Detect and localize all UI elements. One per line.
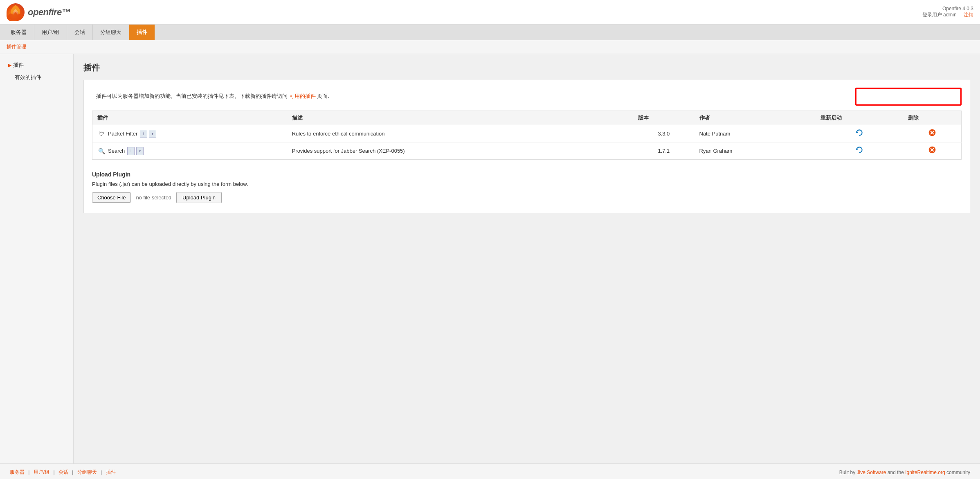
- table-row: 🛡 Packet Filter i r Rules to enforce eth…: [92, 125, 962, 142]
- choose-file-button[interactable]: Choose File: [92, 192, 131, 203]
- logged-in-label: 登录用户 admin: [922, 12, 957, 18]
- info-text-prefix: 插件可以为服务器增加新的功能。当前已安装的插件见下表。下载新的插件请访问: [96, 93, 288, 99]
- plugin-author: Ryan Graham: [695, 142, 816, 160]
- logo-icon: [7, 3, 25, 21]
- footer-sep-3: |: [71, 470, 75, 475]
- packet-filter-icon: 🛡: [97, 130, 106, 138]
- plugin-table: 插件 描述 版本 作者 重新启动 删除 🛡 Packet: [92, 111, 962, 160]
- doc-icon-2[interactable]: r: [149, 130, 156, 138]
- footer-link-group-chat[interactable]: 分组聊天: [77, 469, 97, 476]
- upload-form: Choose File no file selected Upload Plug…: [92, 192, 962, 203]
- no-file-label: no file selected: [136, 194, 171, 201]
- logout-link[interactable]: 注销: [964, 12, 973, 18]
- delete-button[interactable]: [928, 147, 936, 156]
- table-header-plugin: 插件: [92, 111, 287, 125]
- sidebar-plugins-label: 插件: [13, 61, 24, 69]
- footer-sep-1: |: [27, 470, 31, 475]
- built-by-mid: and the: [888, 470, 905, 475]
- built-by-suffix: community: [946, 470, 970, 475]
- built-by-prefix: Built by: [839, 470, 857, 475]
- jive-software-link[interactable]: Jive Software: [857, 470, 886, 475]
- highlight-box: [855, 88, 962, 106]
- svg-point-0: [8, 12, 23, 20]
- plugin-restart-cell: [816, 142, 903, 160]
- plugin-name-cell: 🛡 Packet Filter i r: [92, 125, 287, 142]
- plugin-version: 1.7.1: [633, 142, 694, 160]
- nav-item-server[interactable]: 服务器: [3, 25, 34, 40]
- info-text-suffix: 页面.: [317, 93, 329, 99]
- table-row: 🔍 Search i r Provides support for Jabber…: [92, 142, 962, 160]
- doc-icon-1[interactable]: i: [140, 130, 147, 138]
- footer-sep-4: |: [99, 470, 103, 475]
- plugin-version: 3.3.0: [633, 125, 694, 142]
- page-title: 插件: [83, 62, 970, 73]
- plugin-delete-cell: [903, 142, 962, 160]
- footer-sep-2: |: [52, 470, 56, 475]
- available-plugins-link[interactable]: 可用的插件: [289, 93, 316, 99]
- upload-plugin-button[interactable]: Upload Plugin: [176, 192, 222, 203]
- footer-links: 服务器 | 用户/组 | 会话 | 分组聊天 | 插件: [10, 469, 116, 476]
- sub-nav: 插件管理: [0, 40, 980, 54]
- doc-icon-1[interactable]: i: [127, 147, 135, 155]
- upload-title: Upload Plugin: [92, 171, 962, 178]
- doc-icons: i r: [140, 130, 156, 138]
- plugin-name-cell: 🔍 Search i r: [92, 142, 287, 160]
- nav-item-users-groups[interactable]: 用户/组: [34, 25, 67, 40]
- ignite-realtime-link[interactable]: IgniteRealtime.org: [905, 470, 945, 475]
- delete-button[interactable]: [928, 130, 936, 138]
- restart-button[interactable]: [855, 130, 863, 138]
- table-header-version: 版本: [633, 111, 694, 125]
- app-version: Openfire 4.0.3: [942, 6, 973, 11]
- main-content: 插件 插件可以为服务器增加新的功能。当前已安装的插件见下表。下载新的插件请访问 …: [74, 54, 980, 463]
- footer-link-sessions[interactable]: 会话: [58, 469, 68, 476]
- nav-item-group-chat[interactable]: 分组聊天: [93, 25, 129, 40]
- logo-area: openfire™: [7, 3, 70, 21]
- footer: 服务器 | 用户/组 | 会话 | 分组聊天 | 插件 Built by Jiv…: [0, 463, 980, 479]
- plugin-panel: 插件可以为服务器增加新的功能。当前已安装的插件见下表。下载新的插件请访问 可用的…: [83, 80, 970, 213]
- table-header-delete: 删除: [903, 111, 962, 125]
- table-header-restart: 重新启动: [816, 111, 903, 125]
- header-user-info: Openfire 4.0.3 登录用户 admin - 注销: [922, 6, 973, 18]
- logo-text: openfire™: [28, 7, 70, 18]
- table-header-author: 作者: [695, 111, 816, 125]
- info-text-container: 插件可以为服务器增加新的功能。当前已安装的插件见下表。下载新的插件请访问 可用的…: [92, 88, 962, 104]
- footer-link-plugins[interactable]: 插件: [106, 469, 116, 476]
- nav-item-plugins[interactable]: 插件: [129, 25, 155, 40]
- sub-nav-plugin-management[interactable]: 插件管理: [7, 43, 26, 50]
- plugin-author: Nate Putnam: [695, 125, 816, 142]
- plugin-restart-cell: [816, 125, 903, 142]
- footer-link-server[interactable]: 服务器: [10, 469, 25, 476]
- restart-button[interactable]: [855, 147, 863, 156]
- plugin-name: Packet Filter: [108, 131, 137, 137]
- plugin-name: Search: [108, 148, 125, 154]
- sidebar-item-plugins[interactable]: ▶ 插件: [0, 59, 73, 71]
- layout: ▶ 插件 有效的插件 插件 插件可以为服务器增加新的功能。当前已安装的插件见下表…: [0, 54, 980, 463]
- header: openfire™ Openfire 4.0.3 登录用户 admin - 注销: [0, 0, 980, 25]
- sidebar: ▶ 插件 有效的插件: [0, 54, 74, 463]
- plugin-delete-cell: [903, 125, 962, 142]
- footer-link-users-groups[interactable]: 用户/组: [34, 469, 49, 476]
- arrow-icon: ▶: [8, 63, 11, 68]
- plugin-description: Rules to enforce ethical communication: [287, 125, 634, 142]
- upload-section: Upload Plugin Plugin files (.jar) can be…: [92, 169, 962, 205]
- table-header-description: 描述: [287, 111, 634, 125]
- main-nav: 服务器 用户/组 会话 分组聊天 插件: [0, 25, 980, 40]
- sidebar-available-label: 有效的插件: [8, 74, 41, 81]
- footer-right: Built by Jive Software and the IgniteRea…: [839, 470, 970, 475]
- search-plugin-icon: 🔍: [97, 147, 106, 155]
- doc-icon-2[interactable]: r: [136, 147, 144, 155]
- upload-description: Plugin files (.jar) can be uploaded dire…: [92, 181, 962, 187]
- sidebar-item-available-plugins[interactable]: 有效的插件: [0, 71, 73, 84]
- plugin-description: Provides support for Jabber Search (XEP-…: [287, 142, 634, 160]
- nav-item-sessions[interactable]: 会话: [67, 25, 93, 40]
- doc-icons: i r: [127, 147, 144, 155]
